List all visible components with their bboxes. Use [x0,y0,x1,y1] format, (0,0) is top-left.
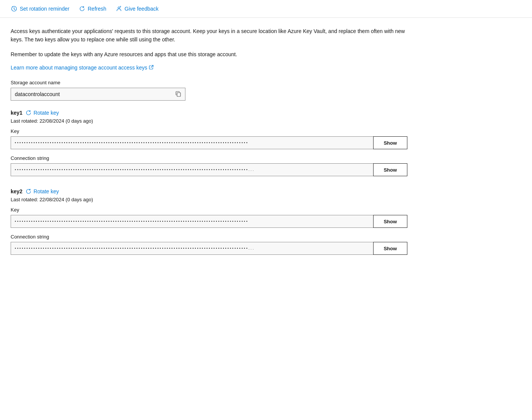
main-content: Access keys authenticate your applicatio… [0,18,418,276]
key1-connection-label: Connection string [11,155,407,161]
give-feedback-label: Give feedback [125,6,159,12]
feedback-icon [116,5,122,12]
copy-icon [176,91,182,97]
description-line1: Access keys authenticate your applicatio… [11,27,407,44]
storage-account-copy-button[interactable] [172,88,185,101]
key2-section: key2 Rotate key Last rotated: 22/08/2024… [11,188,407,255]
key1-key-field: Key ••••••••••••••••••••••••••••••••••••… [11,128,407,149]
svg-point-3 [118,7,120,9]
key1-key-label: Key [11,128,407,134]
key1-key-dots: ••••••••••••••••••••••••••••••••••••••••… [15,141,249,145]
learn-more-text: Learn more about managing storage accoun… [11,65,147,71]
key2-key-dots: ••••••••••••••••••••••••••••••••••••••••… [15,219,249,223]
key2-rotate-button[interactable]: Rotate key [25,188,59,194]
refresh-icon [79,5,86,12]
key1-section: key1 Rotate key Last rotated: 22/08/2024… [11,110,407,176]
key2-key-field: Key ••••••••••••••••••••••••••••••••••••… [11,207,407,228]
key1-rotate-button[interactable]: Rotate key [25,110,59,116]
set-rotation-label: Set rotation reminder [20,6,70,12]
storage-account-label: Storage account name [11,80,407,85]
svg-rect-4 [177,93,180,96]
key1-last-rotated: Last rotated: 22/08/2024 (0 days ago) [11,118,407,124]
key2-connection-show-button[interactable]: Show [373,242,407,255]
key1-key-show-button[interactable]: Show [373,136,407,149]
key2-key-show-button[interactable]: Show [373,215,407,228]
give-feedback-button[interactable]: Give feedback [116,5,159,12]
key2-last-rotated: Last rotated: 22/08/2024 (0 days ago) [11,197,407,202]
key2-key-label: Key [11,207,407,213]
key2-key-input-container: ••••••••••••••••••••••••••••••••••••••••… [11,215,407,228]
key2-connection-field: Connection string ••••••••••••••••••••••… [11,234,407,255]
set-rotation-button[interactable]: Set rotation reminder [11,5,70,12]
storage-account-field: Storage account name datacontrolaccount [11,80,407,101]
key2-connection-label: Connection string [11,234,407,240]
refresh-button[interactable]: Refresh [79,5,106,12]
key1-connection-show-button[interactable]: Show [373,163,407,176]
key1-rotate-label: Rotate key [33,110,59,116]
key2-rotate-icon [25,188,32,194]
key1-connection-field: Connection string ••••••••••••••••••••••… [11,155,407,176]
storage-account-container: datacontrolaccount [11,88,185,101]
clock-icon [11,5,17,12]
key2-rotate-label: Rotate key [33,188,59,194]
learn-more-link[interactable]: Learn more about managing storage accoun… [11,65,154,71]
key2-connection-dots: ••••••••••••••••••••••••••••••••••••••••… [15,246,255,250]
key2-key-input: ••••••••••••••••••••••••••••••••••••••••… [11,215,373,228]
storage-account-value: datacontrolaccount [11,89,172,99]
key1-connection-input-container: ••••••••••••••••••••••••••••••••••••••••… [11,163,407,176]
key1-title: key1 [11,110,22,116]
key2-connection-input-container: ••••••••••••••••••••••••••••••••••••••••… [11,242,407,255]
key1-rotate-icon [25,110,32,116]
description-line2: Remember to update the keys with any Azu… [11,50,407,58]
key2-connection-input: ••••••••••••••••••••••••••••••••••••••••… [11,242,373,255]
refresh-label: Refresh [88,6,106,12]
svg-line-2 [14,9,15,10]
key1-key-input: ••••••••••••••••••••••••••••••••••••••••… [11,136,373,149]
key2-title: key2 [11,188,22,194]
key1-connection-dots: ••••••••••••••••••••••••••••••••••••••••… [15,168,255,172]
key1-header: key1 Rotate key [11,110,407,116]
toolbar: Set rotation reminder Refresh Give feedb… [0,0,532,18]
key1-key-input-container: ••••••••••••••••••••••••••••••••••••••••… [11,136,407,149]
key2-header: key2 Rotate key [11,188,407,194]
external-link-icon [149,65,154,71]
key1-connection-input: ••••••••••••••••••••••••••••••••••••••••… [11,163,373,176]
